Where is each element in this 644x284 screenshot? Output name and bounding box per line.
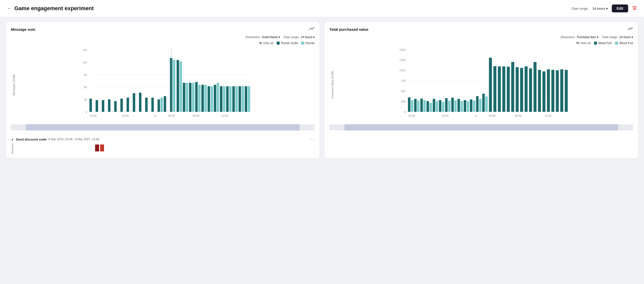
svg-rect-93	[464, 100, 466, 112]
svg-rect-82	[430, 103, 432, 112]
svg-text:04:00: 04:00	[168, 114, 175, 117]
chart-line-icon[interactable]	[309, 27, 314, 32]
svg-rect-15	[102, 100, 104, 112]
svg-rect-87	[445, 98, 448, 112]
header: ← Game engagement experiment Date range:…	[0, 0, 644, 17]
left-chart-controls: Dimension: Guild Name ▾ Date range: 24 h…	[11, 36, 314, 39]
right-minimap[interactable]	[330, 124, 633, 130]
svg-rect-83	[433, 99, 435, 112]
svg-rect-18	[120, 99, 123, 112]
svg-rect-34	[189, 83, 192, 112]
svg-text:1500: 1500	[400, 48, 406, 51]
svg-rect-97	[476, 96, 478, 112]
left-date-range-control: Date range: 24 hours ▾	[284, 36, 314, 39]
right-bar-chart: 0 250 500 750 1000 1250 1500	[334, 47, 633, 122]
svg-rect-35	[192, 83, 194, 112]
metal-fort-legend-dot	[594, 42, 597, 45]
svg-text:250: 250	[401, 100, 406, 103]
svg-rect-28	[173, 60, 175, 112]
delete-button[interactable]	[632, 6, 637, 12]
svg-rect-17	[114, 101, 117, 112]
svg-rect-75	[408, 97, 410, 112]
svg-text:30: 30	[84, 98, 87, 101]
svg-text:500: 500	[401, 90, 406, 93]
svg-text:750: 750	[401, 79, 406, 82]
svg-rect-77	[414, 99, 416, 112]
message-sum-panel: Message sum Dimension: Guild Name ▾ Date…	[6, 22, 320, 158]
left-dimension-control: Dimension: Guild Name ▾	[246, 36, 280, 39]
left-legend-hurrah[interactable]: Hurrah	[301, 41, 314, 45]
header-right: Date range: 24 hours ▾ Edit	[572, 5, 637, 13]
page-title: Game engagement experiment	[14, 5, 94, 12]
left-minimap[interactable]	[11, 124, 314, 130]
svg-rect-80	[423, 100, 426, 112]
left-minimap-handle[interactable]	[26, 124, 299, 130]
svg-rect-85	[439, 100, 442, 112]
svg-text:60: 60	[84, 86, 87, 89]
svg-text:1000: 1000	[400, 69, 406, 72]
back-button[interactable]: ←	[7, 6, 12, 11]
svg-rect-76	[411, 100, 414, 112]
chevron-down-icon: ▾	[278, 36, 280, 39]
svg-text:04:00: 04:00	[489, 114, 496, 117]
decision-area	[16, 143, 314, 153]
svg-rect-112	[538, 70, 541, 112]
left-hide-all[interactable]: Hide all	[258, 41, 273, 45]
event-more-button[interactable]: ···	[310, 137, 314, 142]
decision-label: Decision	[11, 143, 14, 154]
event-section: ▲ Send discount code 6 Mar 2024, 14:46 -…	[11, 134, 314, 153]
svg-text:1250: 1250	[400, 59, 406, 62]
svg-rect-90	[454, 100, 457, 112]
total-purchased-header: Total purchased value	[330, 27, 633, 32]
svg-rect-100	[485, 96, 488, 112]
svg-rect-109	[524, 66, 528, 112]
right-dimension-dropdown[interactable]: Purchase Item ▾	[577, 36, 598, 39]
right-date-range-dropdown[interactable]: 24 hours ▾	[619, 36, 633, 39]
svg-rect-52	[245, 86, 247, 112]
svg-rect-96	[473, 101, 475, 112]
date-range-dropdown[interactable]: 24 hours ▾	[592, 7, 608, 11]
chart-line-icon-right[interactable]	[628, 27, 633, 32]
svg-rect-43	[217, 83, 219, 112]
right-hide-all[interactable]: Hide all	[576, 41, 590, 45]
chevron-down-icon: ▾	[597, 36, 598, 39]
svg-rect-104	[502, 66, 505, 112]
svg-rect-53	[248, 86, 250, 112]
svg-text:11: 11	[474, 114, 478, 117]
svg-rect-113	[542, 71, 546, 112]
svg-rect-42	[214, 85, 216, 112]
svg-rect-86	[442, 102, 444, 112]
svg-rect-22	[145, 98, 148, 112]
svg-text:150: 150	[82, 49, 87, 52]
svg-rect-20	[133, 93, 135, 112]
right-minimap-handle[interactable]	[344, 124, 618, 130]
edit-button[interactable]: Edit	[612, 5, 628, 13]
svg-rect-88	[448, 101, 450, 112]
svg-rect-98	[479, 99, 482, 112]
svg-rect-33	[186, 83, 188, 112]
left-date-range-dropdown[interactable]: 24 hours ▾	[301, 36, 314, 39]
left-legend-rockin-guild[interactable]: Rockin Guild	[277, 41, 298, 45]
right-dimension-control: Dimension: Purchase Item ▾	[560, 36, 598, 39]
right-y-axis-label: Purchase Value (SUM)	[330, 47, 334, 122]
right-legend-wood-fort[interactable]: Wood Fort	[615, 41, 633, 45]
svg-rect-89	[451, 98, 454, 112]
svg-rect-25	[160, 98, 163, 112]
right-legend-metal-fort[interactable]: Metal Fort	[594, 41, 612, 45]
total-purchased-panel: Total purchased value Dimension: Purchas…	[324, 22, 638, 158]
svg-rect-84	[436, 101, 438, 112]
svg-rect-39	[204, 85, 207, 112]
event-chevron[interactable]: ▲	[11, 138, 14, 141]
svg-rect-99	[482, 94, 485, 112]
svg-rect-118	[565, 70, 568, 112]
left-dimension-dropdown[interactable]: Guild Name ▾	[262, 36, 280, 39]
message-sum-header: Message sum	[11, 27, 314, 32]
svg-rect-37	[198, 85, 201, 112]
rockin-guild-legend-dot	[277, 42, 280, 45]
decision-bar-2	[100, 144, 104, 151]
svg-rect-81	[426, 101, 429, 112]
left-chart-inner: 0 30 60 90 120 150	[15, 47, 314, 122]
svg-rect-110	[529, 68, 532, 112]
chevron-down-icon: ▾	[606, 7, 608, 11]
svg-rect-102	[494, 66, 496, 112]
